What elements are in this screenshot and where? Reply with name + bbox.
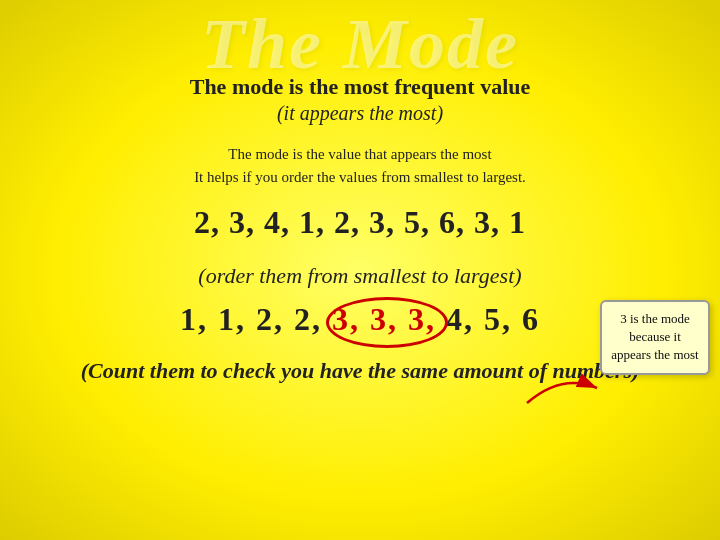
page-big-title: The Mode [201, 8, 519, 80]
subtitle-line1: The mode is the most frequent value [190, 74, 531, 100]
subtitle-line2: (it appears the most) [277, 102, 443, 125]
description-block: The mode is the value that appears the m… [194, 143, 526, 188]
ordered-highlight: 3, 3, 3, [332, 301, 436, 338]
arrow-icon [522, 368, 602, 408]
ordered-suffix: 4, 5, 6 [446, 301, 540, 338]
desc-line1: The mode is the value that appears the m… [194, 143, 526, 166]
order-label: (order them from smallest to largest) [90, 263, 630, 289]
ordered-prefix: 1, 1, 2, 2, [180, 301, 322, 338]
desc-line2: It helps if you order the values from sm… [194, 166, 526, 189]
tooltip-box: 3 is the mode because it appears the mos… [600, 300, 710, 375]
number-list: 2, 3, 4, 1, 2, 3, 5, 6, 3, 1 [194, 204, 526, 241]
